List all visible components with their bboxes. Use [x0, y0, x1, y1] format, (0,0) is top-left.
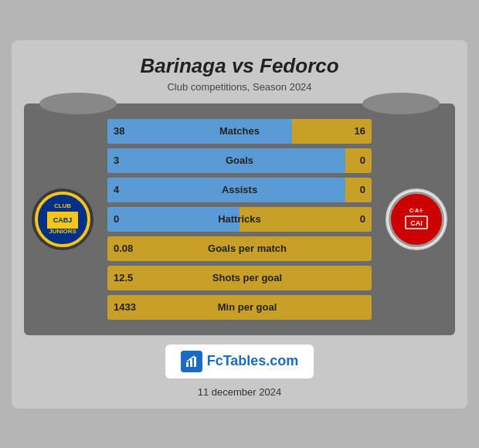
svg-rect-5: [190, 359, 192, 367]
stat-right-matches: 16: [355, 125, 365, 137]
svg-text:CAI: CAI: [410, 219, 423, 227]
fc-badge: FcTables.com: [165, 344, 314, 378]
stats-container: 38 Matches 16 3 Goals 0 4 Assists 0 0 Ha…: [107, 119, 372, 320]
comparison-area: CLUB CABJ JUNIORS 38 Matches 16 3 Goals …: [24, 104, 455, 335]
ellipse-right: [362, 93, 440, 114]
page-title: Barinaga vs Fedorco: [24, 54, 455, 78]
logo-right: C·A·I· CAI: [386, 188, 447, 250]
fc-icon-svg: [183, 353, 200, 370]
stat-row-min-per-goal: 1433 Min per goal: [107, 295, 372, 320]
ellipse-left: [39, 93, 117, 114]
stat-row-shots-per-goal: 12.5 Shots per goal: [107, 266, 372, 290]
subtitle: Club competitions, Season 2024: [24, 81, 455, 93]
stat-row-hattricks: 0 Hattricks 0: [107, 207, 372, 232]
fc-text: FcTables.com: [207, 353, 299, 369]
svg-rect-4: [186, 362, 189, 367]
boca-text-bottom: JUNIORS: [49, 229, 76, 236]
stat-row-assists: 4 Assists 0: [107, 178, 372, 202]
logo-left: CLUB CABJ JUNIORS: [32, 188, 93, 250]
ind-emblem-svg: CAI: [404, 215, 429, 230]
svg-rect-6: [194, 357, 196, 367]
stat-row-matches: 38 Matches 16: [107, 119, 372, 144]
stat-label-goals: Goals: [107, 154, 372, 166]
stat-label-hattricks: Hattricks: [107, 213, 372, 225]
stat-right-assists: 0: [360, 184, 365, 195]
boca-inner: CABJ: [47, 212, 78, 229]
stat-label-shots-per-goal: Shots per goal: [107, 272, 372, 283]
comparison-card: Barinaga vs Fedorco Club competitions, S…: [12, 40, 467, 409]
stat-row-goals: 3 Goals 0: [107, 148, 372, 173]
fc-icon: [181, 351, 202, 372]
ind-text-top: C·A·I·: [409, 208, 423, 214]
stat-label-goals-per-match: Goals per match: [107, 243, 372, 254]
stat-right-goals: 0: [360, 154, 365, 166]
stat-label-min-per-goal: Min per goal: [107, 301, 372, 313]
footer-date: 11 december 2024: [24, 386, 455, 398]
boca-logo: CLUB CABJ JUNIORS: [35, 192, 90, 247]
stat-right-hattricks: 0: [360, 213, 365, 225]
stat-label-assists: Assists: [107, 184, 372, 195]
boca-text-top: CLUB: [54, 203, 71, 210]
badge-area: FcTables.com: [24, 344, 455, 378]
boca-abbr: CABJ: [53, 216, 73, 224]
stat-row-goals-per-match: 0.08 Goals per match: [107, 236, 372, 261]
stat-label-matches: Matches: [107, 125, 372, 137]
ind-logo: C·A·I· CAI: [389, 192, 444, 247]
